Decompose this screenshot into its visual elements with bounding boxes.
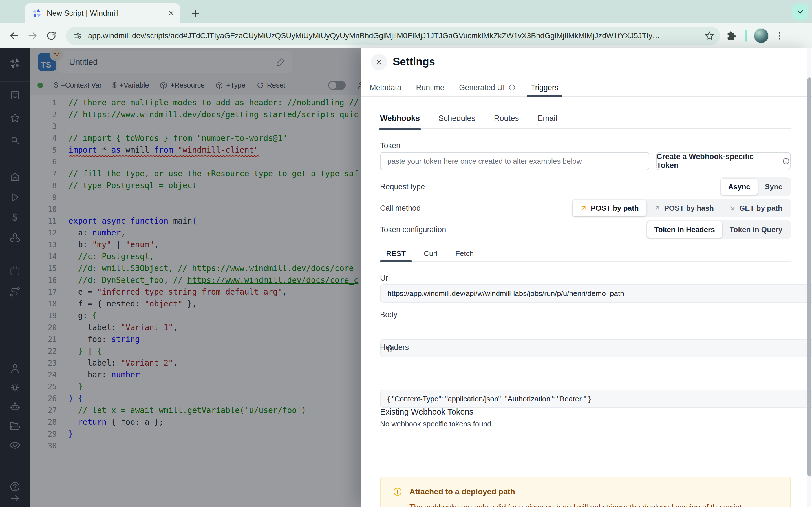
tab-fetch[interactable]: Fetch <box>449 245 480 262</box>
toolbar-separator <box>746 30 747 42</box>
tab-runtime[interactable]: Runtime <box>409 79 452 96</box>
tab-webhooks[interactable]: Webhooks <box>380 114 420 128</box>
close-button[interactable] <box>371 54 387 70</box>
tab-strip: New Script | Windmill <box>0 0 812 23</box>
call-method-label: Call method <box>380 204 571 213</box>
tab-curl[interactable]: Curl <box>417 245 444 262</box>
token-configuration-row: Token configuration Token in Headers Tok… <box>380 220 791 239</box>
request-type-label: Request type <box>380 182 720 191</box>
tab-routes[interactable]: Routes <box>494 114 519 128</box>
scrollbar-thumb[interactable] <box>808 77 811 476</box>
browser-toolbar: app.windmill.dev/scripts/add#JTdCJTIyaGF… <box>0 23 812 48</box>
option-get-by-path[interactable]: GET by path <box>721 200 790 216</box>
windmill-favicon-icon <box>31 8 42 19</box>
tab-rest[interactable]: REST <box>380 245 412 262</box>
tune-icon[interactable] <box>72 30 84 41</box>
tab-email[interactable]: Email <box>538 114 557 128</box>
call-method-segment: POST by path POST by hash GET by path <box>571 199 791 217</box>
forward-button[interactable] <box>25 28 41 44</box>
request-type-row: Request type Async Sync <box>380 177 791 196</box>
url-field[interactable]: https://app.windmill.dev/api/w/windmill-… <box>380 284 812 302</box>
arrow-up-right-icon <box>580 205 587 212</box>
headers-field[interactable]: { "Content-Type": "application/json", "A… <box>380 390 812 408</box>
tab-close-icon[interactable] <box>167 9 175 17</box>
settings-drawer: Settings Metadata Runtime Generated UI T… <box>361 48 812 507</box>
url-label: Url <box>380 274 791 283</box>
tab-metadata[interactable]: Metadata <box>362 79 409 96</box>
arrow-up-right-icon <box>654 205 661 212</box>
url-text[interactable]: app.windmill.dev/scripts/add#JTdCJTIyaGF… <box>88 32 698 40</box>
option-token-in-headers[interactable]: Token in Headers <box>647 221 722 238</box>
settings-tabs: Metadata Runtime Generated UI Triggers <box>361 79 812 97</box>
kebab-menu-icon[interactable] <box>772 28 788 44</box>
trigger-tabs: Webhooks Schedules Routes Email <box>380 114 791 129</box>
info-icon <box>508 83 516 92</box>
tab-generated-ui[interactable]: Generated UI <box>452 79 523 96</box>
option-post-by-path[interactable]: POST by path <box>573 200 646 216</box>
token-configuration-label: Token configuration <box>380 225 646 234</box>
browser-tab[interactable]: New Script | Windmill <box>25 3 181 23</box>
option-post-by-hash[interactable]: POST by hash <box>646 200 721 216</box>
option-token-in-query[interactable]: Token in Query <box>722 221 790 238</box>
address-bar[interactable]: app.windmill.dev/scripts/add#JTdCJTIyaGF… <box>66 27 720 45</box>
info-icon <box>782 157 790 165</box>
alert-circle-icon <box>392 486 403 507</box>
token-row: Create a Webhook-specific Token <box>380 152 791 170</box>
extensions-puzzle-icon[interactable] <box>723 28 739 44</box>
existing-tokens-title: Existing Webhook Tokens <box>380 407 791 416</box>
warning-title: Attached to a deployed path <box>409 487 744 496</box>
tab-schedules[interactable]: Schedules <box>439 114 475 128</box>
close-icon <box>375 58 383 66</box>
back-button[interactable] <box>6 28 22 44</box>
request-type-segment: Async Sync <box>720 177 791 196</box>
tab-triggers[interactable]: Triggers <box>523 79 566 96</box>
option-sync[interactable]: Sync <box>758 179 790 195</box>
chevron-down-icon <box>795 7 805 17</box>
profile-avatar[interactable] <box>754 28 769 43</box>
arrow-down-right-icon <box>728 205 736 212</box>
create-webhook-token-button[interactable]: Create a Webhook-specific Token <box>656 152 791 170</box>
tab-title: New Script | Windmill <box>47 9 162 18</box>
token-label: Token <box>380 142 791 150</box>
existing-tokens-empty: No webhook specific tokens found <box>380 420 791 429</box>
body-label: Body <box>380 311 791 319</box>
token-input[interactable] <box>380 152 649 170</box>
tab-search-button[interactable] <box>792 4 808 20</box>
bookmark-star-icon[interactable] <box>703 29 716 43</box>
token-configuration-segment: Token in Headers Token in Query <box>646 220 791 239</box>
windmill-app: TS Untitled $+Context Var $+Variable +Re… <box>0 48 812 507</box>
warning-message: The webhooks are only valid for a given … <box>409 503 744 507</box>
deployed-path-warning: Attached to a deployed path The webhooks… <box>380 476 791 507</box>
headers-label: Headers <box>380 343 791 352</box>
drawer-title: Settings <box>393 56 435 68</box>
reload-button[interactable] <box>43 28 59 44</box>
option-async[interactable]: Async <box>721 179 758 195</box>
snippet-tabs: REST Curl Fetch <box>380 245 791 262</box>
call-method-row: Call method POST by path POST by hash GE… <box>380 199 791 217</box>
new-tab-button[interactable] <box>188 6 203 21</box>
browser-chrome: New Script | Windmill app.wind <box>0 0 812 48</box>
